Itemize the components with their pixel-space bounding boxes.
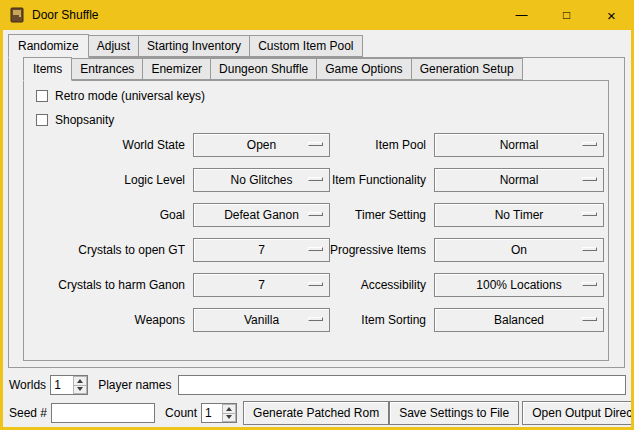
world-state-dropdown[interactable]: Open — [193, 133, 330, 157]
goal-label: Goal — [30, 208, 193, 222]
option-row-timer-setting: Timer Setting No Timer — [319, 203, 604, 227]
window-title: Door Shuffle — [32, 8, 99, 22]
option-row-logic-level: Logic Level No Glitches — [30, 168, 330, 192]
progressive-items-dropdown[interactable]: On — [434, 238, 604, 262]
option-row-crystals-harm-ganon: Crystals to harm Ganon 7 — [30, 273, 330, 297]
accessibility-value: 100% Locations — [476, 278, 561, 292]
outer-tab-strip: Randomize Adjust Starting Inventory Cust… — [8, 34, 363, 58]
tab-randomize[interactable]: Randomize — [8, 34, 89, 58]
close-icon[interactable]: × — [589, 0, 634, 30]
tab-enemizer[interactable]: Enemizer — [142, 58, 211, 80]
count-label: Count — [165, 406, 197, 420]
option-row-weapons: Weapons Vanilla — [30, 308, 330, 332]
tab-adjust[interactable]: Adjust — [88, 35, 139, 57]
shopsanity-checkbox-box[interactable] — [36, 114, 48, 126]
count-input[interactable] — [203, 405, 221, 421]
player-names-label: Player names — [98, 378, 171, 392]
generate-patched-rom-button[interactable]: Generate Patched Rom — [243, 401, 389, 425]
option-row-world-state: World State Open — [30, 133, 330, 157]
save-settings-button[interactable]: Save Settings to File — [389, 401, 519, 425]
worlds-spin-down-button[interactable] — [73, 386, 87, 395]
crystals-harm-ganon-dropdown[interactable]: 7 — [193, 273, 330, 297]
item-sorting-dropdown[interactable]: Balanced — [434, 308, 604, 332]
retro-mode-checkbox[interactable]: Retro mode (universal keys) — [36, 89, 205, 103]
worlds-spin-up-button[interactable] — [73, 376, 87, 386]
item-sorting-value: Balanced — [494, 313, 544, 327]
item-functionality-dropdown[interactable]: Normal — [434, 168, 604, 192]
item-functionality-value: Normal — [500, 173, 539, 187]
logic-level-label: Logic Level — [30, 173, 193, 187]
worlds-input[interactable] — [52, 377, 72, 393]
option-row-progressive-items: Progressive Items On — [319, 238, 604, 262]
client-area: Randomize Adjust Starting Inventory Cust… — [3, 30, 631, 427]
weapons-label: Weapons — [30, 313, 193, 327]
dropdown-indicator-icon — [582, 247, 597, 251]
player-names-input[interactable] — [178, 375, 627, 395]
item-pool-label: Item Pool — [319, 138, 434, 152]
logic-level-dropdown[interactable]: No Glitches — [193, 168, 330, 192]
goal-value: Defeat Ganon — [224, 208, 299, 222]
worlds-label: Worlds — [9, 378, 46, 392]
tab-generation-setup[interactable]: Generation Setup — [411, 58, 523, 80]
timer-setting-label: Timer Setting — [319, 208, 434, 222]
option-row-goal: Goal Defeat Ganon — [30, 203, 330, 227]
option-row-item-pool: Item Pool Normal — [319, 133, 604, 157]
chevron-down-icon — [226, 415, 232, 419]
worlds-spinbox[interactable] — [50, 375, 88, 395]
dropdown-indicator-icon — [582, 317, 597, 321]
multiworld-row: Worlds Player names — [9, 374, 626, 396]
caption-buttons: — □ × — [499, 0, 634, 30]
world-state-value: Open — [247, 138, 276, 152]
shopsanity-checkbox[interactable]: Shopsanity — [36, 113, 114, 127]
retro-mode-label: Retro mode (universal keys) — [55, 89, 205, 103]
tab-entrances[interactable]: Entrances — [71, 58, 143, 80]
dropdown-indicator-icon — [582, 212, 597, 216]
crystals-harm-ganon-label: Crystals to harm Ganon — [30, 278, 193, 292]
tab-dungeon-shuffle[interactable]: Dungeon Shuffle — [210, 58, 317, 80]
generation-row: Seed # Count Generate Patched Rom Save S… — [9, 401, 626, 425]
goal-dropdown[interactable]: Defeat Ganon — [193, 203, 330, 227]
count-spin-down-button[interactable] — [222, 414, 236, 423]
open-output-directory-button[interactable]: Open Output Directory — [522, 401, 631, 425]
timer-setting-dropdown[interactable]: No Timer — [434, 203, 604, 227]
maximize-icon[interactable]: □ — [544, 0, 589, 30]
option-row-item-functionality: Item Functionality Normal — [319, 168, 604, 192]
crystals-open-gt-dropdown[interactable]: 7 — [193, 238, 330, 262]
tab-items[interactable]: Items — [23, 57, 72, 81]
item-sorting-label: Item Sorting — [319, 313, 434, 327]
option-row-crystals-open-gt: Crystals to open GT 7 — [30, 238, 330, 262]
options-column-right: Item Pool Normal Item Functionality Norm… — [319, 133, 604, 343]
crystals-harm-ganon-value: 7 — [258, 278, 265, 292]
window: Door Shuffle — □ × Randomize Adjust Star… — [0, 0, 634, 430]
tab-custom-item-pool[interactable]: Custom Item Pool — [249, 35, 362, 57]
crystals-open-gt-value: 7 — [258, 243, 265, 257]
dropdown-indicator-icon — [582, 282, 597, 286]
seed-label: Seed # — [9, 406, 47, 420]
progressive-items-label: Progressive Items — [319, 243, 434, 257]
item-pool-dropdown[interactable]: Normal — [434, 133, 604, 157]
world-state-label: World State — [30, 138, 193, 152]
minimize-icon[interactable]: — — [499, 0, 544, 30]
accessibility-dropdown[interactable]: 100% Locations — [434, 273, 604, 297]
item-pool-value: Normal — [500, 138, 539, 152]
tab-starting-inventory[interactable]: Starting Inventory — [138, 35, 250, 57]
items-pane: Retro mode (universal keys) Shopsanity W… — [23, 80, 609, 361]
weapons-dropdown[interactable]: Vanilla — [193, 308, 330, 332]
count-spinbox[interactable] — [201, 403, 237, 423]
worlds-spin-arrows — [73, 376, 87, 394]
chevron-up-icon — [77, 379, 83, 383]
option-row-item-sorting: Item Sorting Balanced — [319, 308, 604, 332]
app-icon — [9, 7, 25, 23]
retro-mode-checkbox-box[interactable] — [36, 90, 48, 102]
tab-game-options[interactable]: Game Options — [316, 58, 411, 80]
seed-input[interactable] — [51, 403, 155, 423]
dropdown-indicator-icon — [582, 177, 597, 181]
progressive-items-value: On — [511, 243, 527, 257]
count-spin-up-button[interactable] — [222, 404, 236, 414]
weapons-value: Vanilla — [244, 313, 279, 327]
item-functionality-label: Item Functionality — [319, 173, 434, 187]
chevron-down-icon — [77, 387, 83, 391]
dropdown-indicator-icon — [582, 142, 597, 146]
logic-level-value: No Glitches — [230, 173, 292, 187]
inner-tab-strip: Items Entrances Enemizer Dungeon Shuffle… — [23, 59, 523, 81]
